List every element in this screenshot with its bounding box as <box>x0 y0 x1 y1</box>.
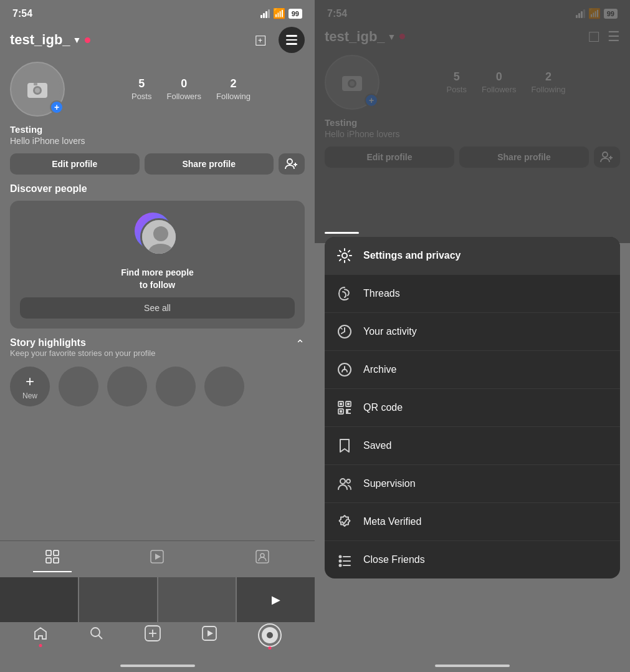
notification-dot-right <box>399 34 405 39</box>
svg-rect-40 <box>346 409 348 411</box>
nav-icons-left: □+ <box>255 27 305 53</box>
svg-rect-16 <box>256 550 269 563</box>
activity-label: Your activity <box>363 326 417 337</box>
home-icon <box>33 626 48 641</box>
thumb-2[interactable] <box>79 577 157 622</box>
profile-tab[interactable] <box>258 623 282 647</box>
svg-point-27 <box>350 81 355 86</box>
see-all-button[interactable]: See all <box>20 297 295 319</box>
bottom-tab-bar-left <box>0 617 315 653</box>
add-story-badge[interactable]: + <box>50 100 64 114</box>
highlights-header: Story highlights Keep your favorite stor… <box>10 337 305 358</box>
add-story-badge-right: + <box>365 94 378 107</box>
highlight-3[interactable] <box>156 367 196 406</box>
menu-item-supervision[interactable]: Supervision <box>325 465 620 503</box>
supervision-icon-svg <box>336 476 353 492</box>
home-active-dot <box>39 644 42 647</box>
highlights-title: Story highlights <box>10 337 155 348</box>
bio-section-left: Testing Hello iPhone lovers <box>0 123 315 153</box>
top-nav-right: test_igb_ ▼ □ ☰ <box>315 23 630 52</box>
highlights-collapse-icon[interactable]: ⌃ <box>295 337 305 351</box>
hamburger-icon-right: ☰ <box>608 29 620 45</box>
username-row-left[interactable]: test_igb_ ▼ <box>10 32 90 48</box>
followers-label-right: Followers <box>482 85 517 94</box>
reels-tab-bottom[interactable] <box>202 626 217 645</box>
highlight-1[interactable] <box>59 367 98 406</box>
highlights-title-group: Story highlights Keep your favorite stor… <box>10 337 155 358</box>
following-stat[interactable]: 2 Following <box>216 77 251 102</box>
highlight-4[interactable] <box>204 367 244 406</box>
svg-point-2 <box>35 88 40 93</box>
menu-item-saved[interactable]: Saved <box>325 427 620 465</box>
time-left: 7:54 <box>12 8 32 19</box>
create-tab[interactable] <box>145 625 161 645</box>
home-bar-left <box>120 665 195 667</box>
thumb-4[interactable]: ▶ <box>237 577 315 622</box>
supervision-label: Supervision <box>363 478 416 489</box>
add-post-icon[interactable]: □+ <box>255 31 270 50</box>
share-profile-button[interactable]: Share profile <box>145 153 274 175</box>
username-left: test_igb_ <box>10 32 70 48</box>
following-count: 2 <box>216 77 251 90</box>
menu-item-threads[interactable]: Threads <box>325 275 620 313</box>
discover-find-text: Find more people to follow <box>121 267 194 291</box>
following-label: Following <box>216 92 251 101</box>
thumbnail-row: ▶ <box>0 577 315 622</box>
settings-menu: Settings and privacy Threads <box>325 237 620 578</box>
status-icons-left: 📶 99 <box>260 7 302 19</box>
menu-item-activity[interactable]: Your activity <box>325 313 620 351</box>
action-buttons-right: Edit profile Share profile <box>315 146 630 176</box>
threads-label: Threads <box>363 288 400 299</box>
thumb-1[interactable] <box>0 577 78 622</box>
svg-point-4 <box>287 159 292 164</box>
bio-text-right: Hello iPhone lovers <box>325 129 620 139</box>
menu-item-archive[interactable]: Archive <box>325 351 620 389</box>
svg-rect-35 <box>340 403 342 405</box>
dropdown-arrow-left: ▼ <box>73 35 82 45</box>
followers-stat[interactable]: 0 Followers <box>166 77 201 102</box>
menu-item-qrcode[interactable]: QR code <box>325 389 620 427</box>
top-nav-left: test_igb_ ▼ □+ <box>0 23 315 59</box>
menu-item-friends[interactable]: Close Friends <box>325 541 620 578</box>
wifi-icon-right: 📶 <box>588 7 601 19</box>
svg-point-46 <box>339 555 342 559</box>
discover-avatars <box>133 211 183 261</box>
reels-tab[interactable] <box>138 546 176 572</box>
svg-point-45 <box>346 479 350 483</box>
edit-profile-button[interactable]: Edit profile <box>10 153 140 175</box>
person-add-icon-right <box>600 151 614 163</box>
menu-item-settings[interactable]: Settings and privacy <box>325 237 620 275</box>
status-icons-right: 📶 99 <box>576 7 618 19</box>
find-people-button[interactable] <box>279 153 305 175</box>
add-icon <box>145 625 161 641</box>
left-panel: 7:54 📶 99 test_igb_ ▼ □+ <box>0 0 315 672</box>
archive-icon <box>336 361 353 378</box>
menu-item-meta[interactable]: Meta Verified <box>325 503 620 541</box>
tab-indicator-right <box>325 232 359 234</box>
hamburger-icon <box>286 35 297 45</box>
grid-tab[interactable] <box>33 546 72 572</box>
menu-button-left[interactable] <box>279 27 305 53</box>
tagged-tab[interactable] <box>243 546 282 572</box>
svg-rect-3 <box>34 83 37 85</box>
svg-rect-37 <box>347 403 350 405</box>
avatar-left[interactable]: + <box>10 62 65 117</box>
new-highlight-button[interactable]: + New <box>10 367 50 406</box>
highlight-2[interactable] <box>107 367 147 406</box>
thumb-3[interactable] <box>158 577 236 622</box>
posts-stat[interactable]: 5 Posts <box>131 77 152 102</box>
saved-icon <box>336 437 353 454</box>
nav-icons-right: □ ☰ <box>589 27 620 46</box>
profile-active-btn[interactable] <box>258 623 282 647</box>
profile-section-left: + 5 Posts 0 Followers 2 Following <box>0 59 315 123</box>
verified-icon <box>336 514 353 530</box>
home-tab[interactable] <box>33 626 48 645</box>
settings-icon <box>336 247 353 264</box>
svg-rect-11 <box>54 550 59 555</box>
add-icon-right: □ <box>589 27 599 46</box>
svg-line-19 <box>98 635 102 639</box>
bio-section-right: Testing Hello iPhone lovers <box>315 116 630 146</box>
svg-rect-10 <box>46 550 51 555</box>
search-tab[interactable] <box>89 626 104 645</box>
archive-label: Archive <box>363 364 396 375</box>
